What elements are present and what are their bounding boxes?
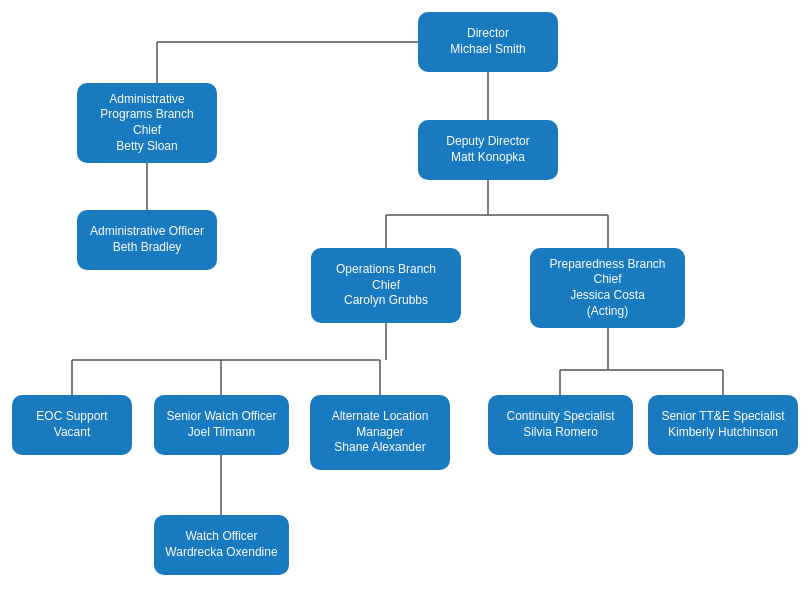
node-preparedness: Preparedness BranchChiefJessica Costa(Ac… (530, 248, 685, 328)
org-chart: DirectorMichael SmithDeputy DirectorMatt… (0, 0, 812, 615)
node-director: DirectorMichael Smith (418, 12, 558, 72)
node-watch_officer: Watch OfficerWardrecka Oxendine (154, 515, 289, 575)
node-continuity: Continuity SpecialistSilvia Romero (488, 395, 633, 455)
node-admin_programs: AdministrativePrograms BranchChiefBetty … (77, 83, 217, 163)
node-deputy: Deputy DirectorMatt Konopka (418, 120, 558, 180)
node-senior_tte: Senior TT&E SpecialistKimberly Hutchinso… (648, 395, 798, 455)
node-admin_officer: Administrative OfficerBeth Bradley (77, 210, 217, 270)
node-alt_location: Alternate LocationManagerShane Alexander (310, 395, 450, 470)
node-senior_watch: Senior Watch OfficerJoel Tilmann (154, 395, 289, 455)
node-operations: Operations BranchChiefCarolyn Grubbs (311, 248, 461, 323)
node-eoc_support: EOC SupportVacant (12, 395, 132, 455)
